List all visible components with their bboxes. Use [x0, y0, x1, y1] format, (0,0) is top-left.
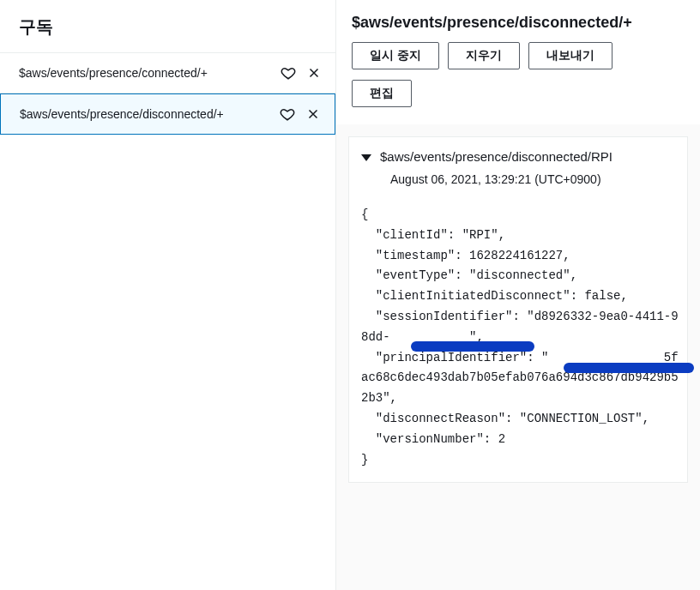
- subscriptions-panel: 구독 $aws/events/presence/connected/+ $aws…: [0, 0, 336, 590]
- subscription-topic-label: $aws/events/presence/disconnected/+: [20, 107, 271, 121]
- heart-icon[interactable]: [279, 63, 298, 82]
- caret-down-icon[interactable]: [361, 154, 371, 161]
- message-topic: $aws/events/presence/disconnected/RPI: [380, 149, 612, 164]
- export-button[interactable]: 내보내기: [528, 42, 612, 69]
- redaction-mark: [564, 363, 694, 373]
- subscription-item-connected[interactable]: $aws/events/presence/connected/+: [0, 53, 335, 93]
- message-timestamp: August 06, 2021, 13:29:21 (UTC+0900): [349, 172, 679, 186]
- close-icon[interactable]: [304, 105, 323, 123]
- toolbar: 일시 중지 지우기 내보내기: [352, 42, 685, 80]
- heart-icon[interactable]: [278, 105, 297, 123]
- pause-button[interactable]: 일시 중지: [352, 42, 439, 69]
- toolbar-row-2: 편집: [352, 80, 685, 117]
- message-payload: { "clientId": "RPI", "timestamp": 162822…: [349, 205, 679, 470]
- message-panel: $aws/events/presence/disconnected/+ 일시 중…: [336, 0, 700, 590]
- topic-title: $aws/events/presence/disconnected/+: [352, 14, 685, 32]
- redaction-mark: [411, 341, 534, 352]
- subscriptions-title: 구독: [0, 0, 335, 53]
- close-icon[interactable]: [305, 63, 323, 82]
- message-panel-header: $aws/events/presence/disconnected/+ 일시 중…: [336, 0, 700, 124]
- subscription-item-disconnected[interactable]: $aws/events/presence/disconnected/+: [0, 93, 335, 135]
- clear-button[interactable]: 지우기: [448, 42, 520, 69]
- message-card: $aws/events/presence/disconnected/RPI Au…: [348, 136, 688, 483]
- edit-button[interactable]: 편집: [352, 80, 412, 107]
- message-header: $aws/events/presence/disconnected/RPI: [349, 149, 679, 164]
- subscription-topic-label: $aws/events/presence/connected/+: [19, 66, 272, 80]
- message-area: $aws/events/presence/disconnected/RPI Au…: [336, 124, 700, 590]
- subscription-list: $aws/events/presence/connected/+ $aws/ev…: [0, 53, 335, 135]
